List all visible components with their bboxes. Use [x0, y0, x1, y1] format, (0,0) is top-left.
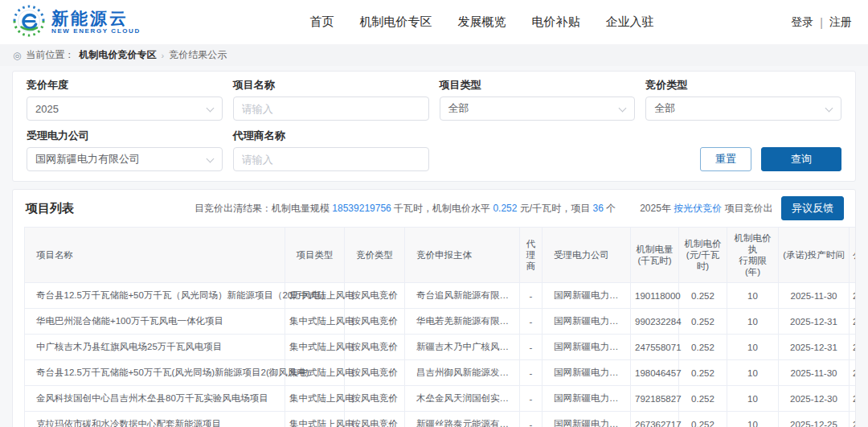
- field-project-name: 项目名称: [233, 79, 429, 121]
- nav-item-3[interactable]: 电价补贴: [532, 14, 580, 30]
- project-name-label: 项目名称: [233, 79, 429, 91]
- table-row: 华电巴州混合储能+100万千瓦风电一体化项目集中式陆上风电按风电竞价华电若羌新能…: [25, 309, 856, 335]
- cell-r4-c5: 国网新疆电力有限...: [542, 386, 631, 412]
- agent-name-input-wrap: [233, 147, 429, 171]
- cell-r3-c10: 20: [850, 360, 856, 386]
- column-header-7: 机制电价 (元/千瓦 时): [679, 228, 727, 283]
- cell-r2-c4: -: [520, 335, 542, 360]
- column-header-6: 机制电量 (千瓦时): [631, 228, 679, 283]
- clearing-result-summary: 目竞价出清结果：机制电量规模 18539219756 千瓦时，机制电价水平 0.…: [194, 202, 772, 216]
- agent-name-input[interactable]: [242, 154, 420, 166]
- table-row: 奇台县12.5万千瓦储能+50万千瓦(风光同场)新能源项目2(御风风电)集中式陆…: [25, 360, 856, 386]
- field-power-company: 受理电力公司 国网新疆电力有限公司: [27, 129, 223, 171]
- results-table-wrap: 项目名称项目类型竞价类型竞价申报主体代理商受理电力公司机制电量 (千瓦时)机制电…: [24, 227, 855, 427]
- top-header: 新能源云 NEW ENERGY CLOUD 首页机制电价专区发展概览电价补贴企业…: [0, 0, 868, 44]
- cell-r4-c6: 792185827: [631, 386, 679, 412]
- cell-r3-c1: 集中式陆上风电: [285, 360, 345, 386]
- cell-r4-c8: 10: [727, 386, 779, 412]
- cell-r0-c10: 20: [850, 283, 856, 309]
- summary-value: 18539219756: [332, 203, 391, 214]
- cell-r2-c0: 中广核吉木乃县红旗风电场25万千瓦风电项目: [25, 335, 285, 360]
- logo[interactable]: 新能源云 NEW ENERGY CLOUD: [13, 5, 141, 40]
- nav-item-1[interactable]: 机制电价专区: [360, 14, 432, 30]
- project-name-input[interactable]: [242, 103, 420, 115]
- breadcrumb: ◎ 当前位置： 机制电价竞价专区 › 竞价结果公示: [0, 44, 868, 66]
- cell-r2-c7: 0.252: [679, 335, 727, 360]
- cell-r0-c6: 190118000: [631, 283, 679, 309]
- breadcrumb-prefix: 当前位置：: [26, 48, 74, 62]
- column-header-2: 竞价类型: [345, 228, 405, 283]
- project-type-select[interactable]: 全部: [440, 96, 636, 121]
- breadcrumb-arrow-icon: ›: [161, 51, 164, 60]
- column-header-8: 机制电价执 行期限 (年): [727, 228, 779, 283]
- cell-r4-c4: -: [520, 386, 542, 412]
- cell-r4-c1: 集中式陆上风电: [285, 386, 345, 412]
- column-header-3: 竞价申报主体: [405, 228, 520, 283]
- column-header-10: 公示: [850, 228, 856, 283]
- cell-r4-c3: 木垒金风天润国创实验风电有...: [405, 386, 520, 412]
- cell-r5-c6: 267362717: [631, 412, 679, 427]
- cell-r0-c2: 按风电竞价: [345, 283, 405, 309]
- breadcrumb-section[interactable]: 机制电价竞价专区: [79, 48, 156, 62]
- field-project-type: 项目类型 全部: [440, 79, 636, 121]
- cell-r5-c9: 2025-12-25: [779, 412, 850, 427]
- nav-item-4[interactable]: 企业入驻: [606, 14, 654, 30]
- agent-name-label: 代理商名称: [233, 129, 429, 142]
- summary-text: 元/千瓦时，项目: [517, 203, 592, 214]
- project-name-input-wrap: [233, 96, 429, 121]
- table-row: 克拉玛依市碳和水冷数据中心配套新能源项目集中式陆上风电按风电竞价新疆丝路泰元能源…: [25, 412, 856, 427]
- cell-r2-c2: 按风电竞价: [345, 335, 405, 360]
- cell-r0-c4: -: [520, 283, 542, 309]
- auth-links: 登录 | 注册: [791, 15, 852, 30]
- cell-r5-c8: 10: [727, 412, 779, 427]
- bidding-type-select[interactable]: 全部: [645, 96, 841, 121]
- project-type-label: 项目类型: [440, 79, 636, 91]
- cell-r1-c1: 集中式陆上风电: [285, 309, 345, 335]
- new-energy-cloud-logo-icon: [13, 5, 45, 40]
- table-header-row: 项目名称项目类型竞价类型竞价申报主体代理商受理电力公司机制电量 (千瓦时)机制电…: [25, 228, 856, 283]
- power-company-value: 国网新疆电力有限公司: [35, 152, 140, 166]
- cell-r1-c8: 10: [727, 309, 779, 335]
- cell-r3-c3: 昌吉州御风新能源发电有限公司: [405, 360, 520, 386]
- search-button[interactable]: 查询: [761, 147, 841, 171]
- cell-r5-c3: 新疆丝路泰元能源有限责任公司: [405, 412, 520, 427]
- cell-r1-c2: 按风电竞价: [345, 309, 405, 335]
- nav-item-2[interactable]: 发展概览: [458, 14, 506, 30]
- switch-pv-bidding-link[interactable]: 按光伏竞价: [674, 203, 722, 214]
- column-header-0: 项目名称: [25, 228, 285, 283]
- cell-r0-c8: 10: [727, 283, 779, 309]
- login-link[interactable]: 登录: [791, 15, 813, 30]
- cell-r0-c0: 奇台县12.5万千瓦储能+50万千瓦（风光同场）新能源项目（20万风电）: [25, 283, 285, 309]
- field-agent-name: 代理商名称: [233, 129, 429, 171]
- brand-name: 新能源云: [51, 10, 141, 27]
- cell-r0-c7: 0.252: [679, 283, 727, 309]
- cell-r1-c0: 华电巴州混合储能+100万千瓦风电一体化项目: [25, 309, 285, 335]
- register-link[interactable]: 注册: [829, 15, 852, 30]
- cell-r5-c7: 0.252: [679, 412, 727, 427]
- cell-r3-c5: 国网新疆电力有限...: [542, 360, 631, 386]
- chevron-down-icon: [825, 105, 833, 113]
- project-type-value: 全部: [448, 101, 469, 116]
- bidding-year-value: 2025: [35, 103, 59, 115]
- cell-r3-c0: 奇台县12.5万千瓦储能+50万千瓦(风光同场)新能源项目2(御风风电): [25, 360, 285, 386]
- bidding-year-select[interactable]: 2025: [27, 96, 223, 121]
- cell-r4-c9: 2025-12-30: [779, 386, 850, 412]
- nav-item-0[interactable]: 首页: [310, 14, 334, 30]
- power-company-select[interactable]: 国网新疆电力有限公司: [27, 147, 223, 171]
- cell-r4-c0: 金风科技国创中心昌吉州木垒县80万千瓦实验风电场项目: [25, 386, 285, 412]
- bidding-type-value: 全部: [654, 101, 675, 116]
- reset-button[interactable]: 重置: [700, 147, 751, 171]
- cell-r0-c1: 集中式陆上风电: [285, 283, 345, 309]
- bidding-type-label: 竞价类型: [645, 79, 841, 91]
- objection-feedback-button[interactable]: 异议反馈: [781, 196, 844, 220]
- chevron-down-icon: [619, 105, 627, 113]
- table-row: 中广核吉木乃县红旗风电场25万千瓦风电项目集中式陆上风电按风电竞价新疆吉木乃中广…: [25, 335, 856, 360]
- cell-r1-c3: 华电若羌新能源有限公司: [405, 309, 520, 335]
- summary-text: 千瓦时，机制电价水平: [391, 203, 493, 214]
- cell-r3-c8: 10: [727, 360, 779, 386]
- summary-text: 目竞价出清结果：机制电量规模: [194, 203, 332, 214]
- cell-r0-c3: 奇台追风新能源有限公司: [405, 283, 520, 309]
- cell-r3-c2: 按风电竞价: [345, 360, 405, 386]
- bidding-year-label: 竞价年度: [27, 79, 223, 91]
- project-list-panel: 项目列表 目竞价出清结果：机制电量规模 18539219756 千瓦时，机制电价…: [12, 189, 856, 427]
